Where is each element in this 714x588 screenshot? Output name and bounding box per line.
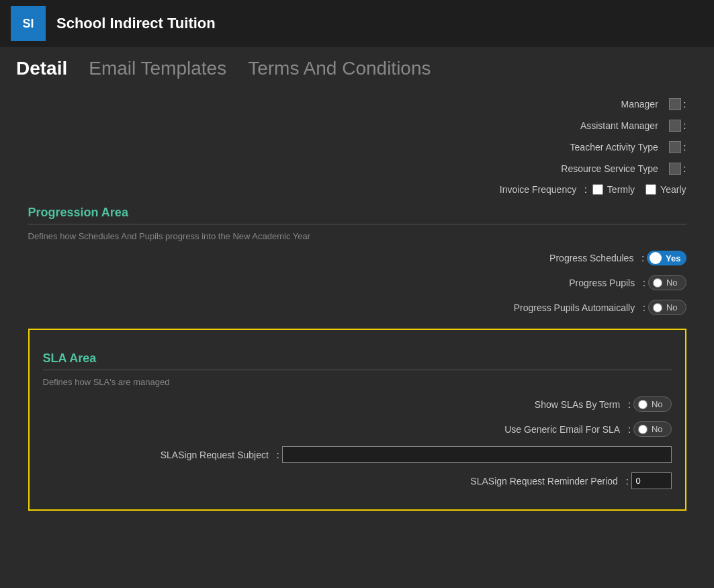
progress-pupils-radio-input[interactable] <box>653 278 662 288</box>
slasign-reminder-input[interactable] <box>631 472 672 489</box>
sla-area-box: SLA Area Defines how SLA's are managed S… <box>28 329 686 511</box>
invoice-frequency-options: Termly Yearly <box>592 184 686 195</box>
progress-pupils-auto-row: Progress Pupils Automaically : No <box>28 300 686 315</box>
teacher-activity-type-field-box[interactable] <box>669 141 681 153</box>
app-icon: SI <box>11 6 46 41</box>
show-slas-by-term-row: Show SLAs By Term : No <box>43 396 672 412</box>
use-generic-email-radio[interactable]: No <box>633 421 672 437</box>
progress-schedules-toggle[interactable]: Yes <box>647 251 686 265</box>
manager-label: Manager <box>621 99 658 110</box>
manager-row: Manager : <box>28 98 686 110</box>
show-slas-by-term-value: No <box>652 399 663 409</box>
progression-area-divider <box>28 224 686 224</box>
slasign-subject-row: SLASign Request Subject : <box>43 446 672 463</box>
tab-terms-conditions[interactable]: Terms And Conditions <box>248 58 431 82</box>
resource-service-type-label: Resource Service Type <box>561 163 658 174</box>
slasign-reminder-label: SLASign Request Reminder Period <box>470 476 617 487</box>
use-generic-email-label: Use Generic Email For SLA <box>504 424 620 435</box>
use-generic-email-value: No <box>652 424 663 434</box>
yearly-label: Yearly <box>660 184 686 195</box>
progression-area-title: Progression Area <box>28 206 686 220</box>
slasign-reminder-row: SLASign Request Reminder Period : <box>43 472 672 489</box>
slasign-subject-label: SLASign Request Subject <box>161 450 269 460</box>
use-generic-email-row: Use Generic Email For SLA : No <box>43 421 672 437</box>
teacher-activity-type-label: Teacher Activity Type <box>570 142 658 153</box>
resource-service-type-field-box[interactable] <box>669 163 681 175</box>
tab-detail[interactable]: Detail <box>16 58 67 82</box>
page-title: School Indirect Tuition <box>56 15 216 32</box>
progress-pupils-radio[interactable]: No <box>648 275 686 290</box>
termly-option[interactable]: Termly <box>592 184 635 195</box>
tab-email-templates[interactable]: Email Templates <box>89 58 226 82</box>
toggle-value: Yes <box>666 253 680 263</box>
resource-service-type-row: Resource Service Type : <box>28 163 686 175</box>
tab-bar: Detail Email Templates Terms And Conditi… <box>0 47 714 87</box>
assistant-manager-field-box[interactable] <box>669 120 681 132</box>
sla-area-divider <box>43 370 672 370</box>
progress-pupils-row: Progress Pupils : No <box>28 275 686 290</box>
invoice-frequency-label: Invoice Frequency <box>500 184 576 195</box>
use-generic-email-radio-input[interactable] <box>638 425 648 434</box>
progress-pupils-auto-label: Progress Pupils Automaically <box>514 302 635 313</box>
show-slas-by-term-radio[interactable]: No <box>633 396 672 412</box>
progress-pupils-auto-value: No <box>666 302 678 312</box>
termly-checkbox[interactable] <box>592 184 603 195</box>
progress-pupils-auto-radio[interactable]: No <box>648 300 686 315</box>
app-header: SI School Indirect Tuition <box>0 0 714 47</box>
termly-label: Termly <box>607 184 635 195</box>
manager-field-box[interactable] <box>669 98 681 110</box>
main-content: Manager : Assistant Manager : Teacher Ac… <box>0 87 714 521</box>
yearly-option[interactable]: Yearly <box>645 184 686 195</box>
teacher-activity-type-row: Teacher Activity Type : <box>28 141 686 153</box>
progress-pupils-label: Progress Pupils <box>569 278 635 288</box>
show-slas-by-term-radio-input[interactable] <box>638 400 648 409</box>
icon-text: SI <box>22 17 34 31</box>
assistant-manager-row: Assistant Manager : <box>28 120 686 132</box>
sla-area-title: SLA Area <box>43 351 672 366</box>
progression-area-description: Defines how Schedules And Pupils progres… <box>28 231 686 241</box>
progress-schedules-label: Progress Schedules <box>549 253 633 263</box>
invoice-frequency-row: Invoice Frequency : Termly Yearly <box>28 184 686 195</box>
progress-schedules-row: Progress Schedules : Yes <box>28 251 686 265</box>
slasign-subject-input[interactable] <box>282 446 672 463</box>
sla-area-description: Defines how SLA's are managed <box>43 377 672 387</box>
progress-pupils-value: No <box>666 278 678 288</box>
assistant-manager-label: Assistant Manager <box>580 120 658 131</box>
progress-pupils-auto-radio-input[interactable] <box>653 303 662 312</box>
toggle-knob <box>650 252 662 264</box>
show-slas-by-term-label: Show SLAs By Term <box>535 399 620 410</box>
yearly-checkbox[interactable] <box>645 184 656 195</box>
